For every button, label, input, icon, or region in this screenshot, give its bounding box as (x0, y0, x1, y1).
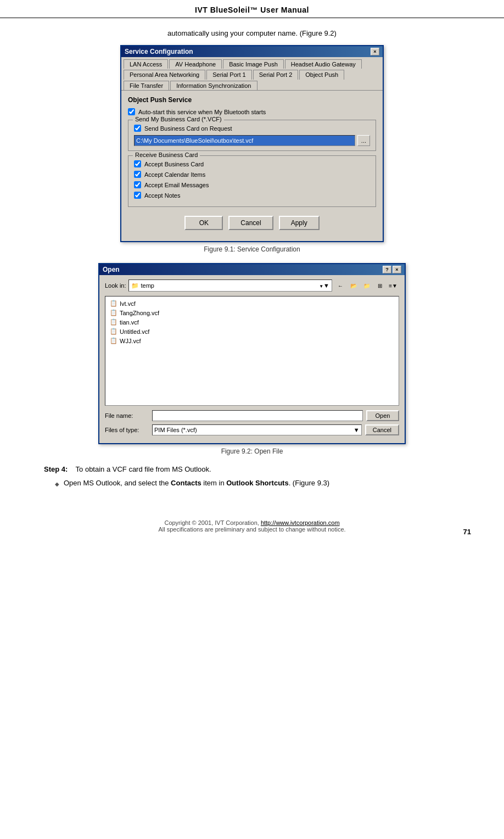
open-button[interactable]: Open (366, 410, 399, 421)
accept-business-card-row: Accept Business Card (134, 160, 370, 167)
copyright-text: Copyright © 2001, IVT Corporation, (164, 519, 260, 526)
step4-header: Step 4: To obtain a VCF card file from M… (44, 465, 460, 473)
files-of-type-dropdown[interactable]: PIM Files (*.vcf) ▼ (152, 424, 362, 435)
up-folder-button[interactable]: 📂 (348, 280, 360, 291)
header-title: IVT BlueSoleil™ User Manual (195, 5, 309, 14)
figure2-caption: Figure 9.2: Open File (44, 448, 460, 455)
send-card-label: Send Business Card on Request (144, 125, 232, 132)
dropdown-arrow-icon: ▼ (354, 427, 360, 433)
file-list-area: 📋 Ivt.vcf 📋 TangZhong.vcf 📋 tian.vcf 📋 U… (105, 296, 399, 406)
send-card-row: Send Business Card on Request (134, 125, 370, 132)
files-of-type-row: Files of type: PIM Files (*.vcf) ▼ Cance… (105, 424, 399, 435)
accept-email-label: Accept Email Messages (144, 182, 209, 188)
open-cancel-button[interactable]: Cancel (365, 424, 399, 435)
list-item[interactable]: 📋 tian.vcf (108, 317, 396, 327)
list-item[interactable]: 📋 Ivt.vcf (108, 299, 396, 308)
list-item[interactable]: 📋 TangZhong.vcf (108, 308, 396, 317)
vcf-icon: 📋 (110, 328, 117, 335)
look-in-value: temp (141, 282, 154, 289)
back-button[interactable]: ← (334, 280, 346, 291)
ok-button[interactable]: OK (184, 216, 223, 230)
receive-group-label: Receive Business Card (133, 152, 200, 158)
browse-button[interactable]: ... (357, 135, 370, 146)
file-path-row: ... (134, 135, 370, 146)
step4-section: Step 4: To obtain a VCF card file from M… (44, 465, 460, 489)
tab-serial-port-1[interactable]: Serial Port 1 (206, 70, 252, 80)
tab-basic-image-push[interactable]: Basic Image Push (223, 59, 284, 69)
tab-object-push[interactable]: Object Push (299, 70, 344, 80)
close-button[interactable]: × (371, 48, 379, 55)
tab-av-headphone[interactable]: AV Headphone (169, 59, 222, 69)
page-footer: Copyright © 2001, IVT Corporation, http:… (44, 511, 460, 537)
step4-text: To obtain a VCF card file from MS Outloo… (76, 465, 211, 473)
open-dialog-titlebar: Open ? × (99, 264, 405, 275)
autostart-label: Auto-start this service when My Bluetoot… (138, 109, 266, 115)
list-item[interactable]: 📋 Untitled.vcf (108, 327, 396, 336)
open-close-button[interactable]: × (393, 266, 401, 273)
look-in-label: Look in: (105, 282, 126, 289)
page-number: 71 (463, 528, 471, 536)
tab-information-synchronization[interactable]: Information Synchronization (170, 81, 257, 90)
titlebar-buttons: × (371, 48, 379, 55)
toolbar-icons: ← 📂 📁 ⊞ ≡▼ (334, 280, 399, 291)
page-header: IVT BlueSoleil™ User Manual (0, 0, 504, 18)
receive-business-card-group: Receive Business Card Accept Business Ca… (128, 155, 376, 207)
accept-notes-row: Accept Notes (134, 192, 370, 199)
intro-text: automatically using your computer name. … (44, 29, 460, 37)
open-dialog-body: Look in: 📁 temp ▼ ← 📂 📁 ⊞ ≡▼ (99, 275, 405, 443)
files-of-type-label: Files of type: (105, 427, 149, 433)
figure1-caption: Figure 9.1: Service Configuration (44, 245, 460, 253)
footer: Copyright © 2001, IVT Corporation, http:… (0, 505, 504, 542)
help-button[interactable]: ? (383, 266, 391, 273)
vcf-icon: 📋 (110, 337, 117, 344)
accept-calendar-row: Accept Calendar Items (134, 171, 370, 178)
apply-button[interactable]: Apply (279, 216, 320, 230)
file-path-input[interactable] (134, 135, 355, 146)
tab-strip: LAN Access AV Headphone Basic Image Push… (121, 57, 383, 90)
dialog-title: Service Configuration (125, 48, 193, 55)
list-item[interactable]: 📋 WJJ.vcf (108, 336, 396, 345)
accept-business-card-label: Accept Business Card (144, 161, 204, 167)
tab-serial-port-2[interactable]: Serial Port 2 (253, 70, 299, 80)
section-title: Object Push Service (128, 96, 376, 104)
file-name-input[interactable] (152, 410, 363, 421)
step4-label: Step 4: (44, 465, 68, 473)
send-business-card-group: Send My Business Card (*.VCF) Send Busin… (128, 120, 376, 151)
open-file-dialog: Open ? × Look in: 📁 temp ▼ ← 📂 (98, 263, 406, 444)
accept-notes-label: Accept Notes (144, 192, 180, 199)
look-in-row: Look in: 📁 temp ▼ ← 📂 📁 ⊞ ≡▼ (105, 279, 399, 292)
send-card-checkbox[interactable] (134, 125, 141, 132)
dialog-titlebar: Service Configuration × (121, 46, 383, 57)
folder-icon: 📁 (131, 282, 139, 289)
bullet-icon: ◆ (55, 480, 59, 488)
detail-view-button[interactable]: ≡▼ (387, 280, 399, 291)
accept-calendar-checkbox[interactable] (134, 171, 141, 178)
vcf-icon: 📋 (110, 318, 117, 326)
tab-lan-access[interactable]: LAN Access (124, 59, 168, 69)
dialog-footer: OK Cancel Apply (128, 211, 376, 236)
service-config-dialog: Service Configuration × LAN Access AV He… (120, 45, 384, 242)
tab-personal-area-networking[interactable]: Personal Area Networking (124, 70, 205, 80)
accept-business-card-checkbox[interactable] (134, 160, 141, 167)
dialog-body: Object Push Service Auto-start this serv… (121, 90, 383, 241)
disclaimer-text: All specifications are preliminary and s… (158, 526, 345, 533)
look-in-dropdown[interactable]: 📁 temp ▼ (128, 279, 332, 292)
vcf-icon: 📋 (110, 300, 117, 307)
list-view-button[interactable]: ⊞ (374, 280, 386, 291)
autostart-row: Auto-start this service when My Bluetoot… (128, 108, 376, 115)
new-folder-button[interactable]: 📁 (361, 280, 373, 291)
step4-bullet-text: Open MS Outlook, and select the Contacts… (64, 478, 329, 489)
accept-email-row: Accept Email Messages (134, 181, 370, 188)
vcf-icon: 📋 (110, 309, 117, 316)
accept-email-checkbox[interactable] (134, 181, 141, 188)
tab-headset-audio-gateway[interactable]: Headset Audio Gateway (285, 59, 362, 69)
send-group-label: Send My Business Card (*.VCF) (133, 116, 224, 122)
open-titlebar-buttons: ? × (383, 266, 401, 273)
step4-bullet: ◆ Open MS Outlook, and select the Contac… (55, 478, 460, 489)
cancel-button[interactable]: Cancel (228, 216, 273, 230)
accept-notes-checkbox[interactable] (134, 192, 141, 199)
open-dialog-title: Open (103, 266, 120, 273)
tab-file-transfer[interactable]: File Transfer (124, 81, 169, 90)
autostart-checkbox[interactable] (128, 108, 135, 115)
footer-link[interactable]: http://www.ivtcorporation.com (261, 519, 340, 526)
